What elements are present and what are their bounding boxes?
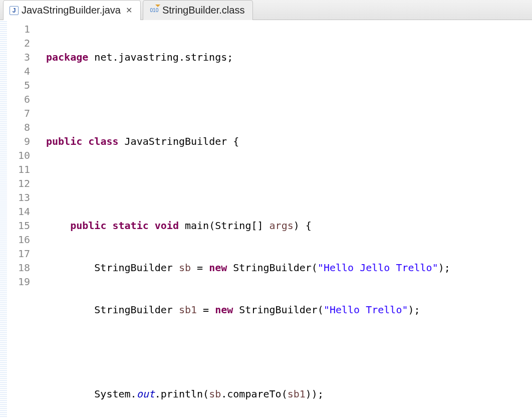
line-number: 16 [7, 233, 30, 247]
marker-column [0, 20, 7, 418]
line-number: 8 [7, 120, 30, 134]
line-number: 6 [7, 92, 30, 106]
kw-class: class [88, 135, 118, 147]
line-number: 12 [7, 176, 30, 190]
code-area[interactable]: package net.javastring.strings; public c… [42, 20, 532, 418]
class-name: JavaStringBuilder { [119, 135, 239, 147]
kw-package: package [46, 51, 88, 63]
line-number: 3 [7, 50, 30, 64]
java-file-icon: J [10, 6, 19, 15]
editor-tab-label: JavaStringBuilder.java [22, 5, 121, 16]
line-number: 10 [7, 148, 30, 162]
editor-tab-inactive[interactable]: 010 StringBuilder.class [143, 0, 253, 20]
line-number: 5 [7, 78, 30, 92]
editor-tab-label: StringBuilder.class [162, 5, 245, 16]
line-number: 4 [7, 64, 30, 78]
line-number: 14 [7, 204, 30, 219]
line-number: 1 [7, 22, 30, 36]
line-number: 17 [7, 247, 30, 261]
line-number: 7 [7, 106, 30, 120]
code-editor[interactable]: 1 2 3 4 5 6 7 8 9 10 11 12 13 14 15 16 1… [0, 20, 532, 418]
kw-public: public [46, 135, 82, 147]
line-number: 2 [7, 36, 30, 50]
line-number: 15 [7, 219, 30, 233]
pkg-name: net.javastring.strings; [88, 51, 233, 63]
close-icon[interactable]: ✕ [126, 6, 132, 15]
line-number: 19 [7, 275, 30, 289]
folding-column [33, 20, 42, 418]
line-number: 13 [7, 190, 30, 204]
line-number-gutter: 1 2 3 4 5 6 7 8 9 10 11 12 13 14 15 16 1… [7, 20, 33, 418]
line-number: 18 [7, 261, 30, 275]
class-file-icon: 010 [149, 6, 159, 16]
line-number: 9 [7, 134, 30, 148]
line-number: 11 [7, 162, 30, 176]
editor-tab-active[interactable]: J JavaStringBuilder.java ✕ [3, 0, 141, 20]
editor-tab-bar: J JavaStringBuilder.java ✕ 010 StringBui… [0, 0, 532, 20]
